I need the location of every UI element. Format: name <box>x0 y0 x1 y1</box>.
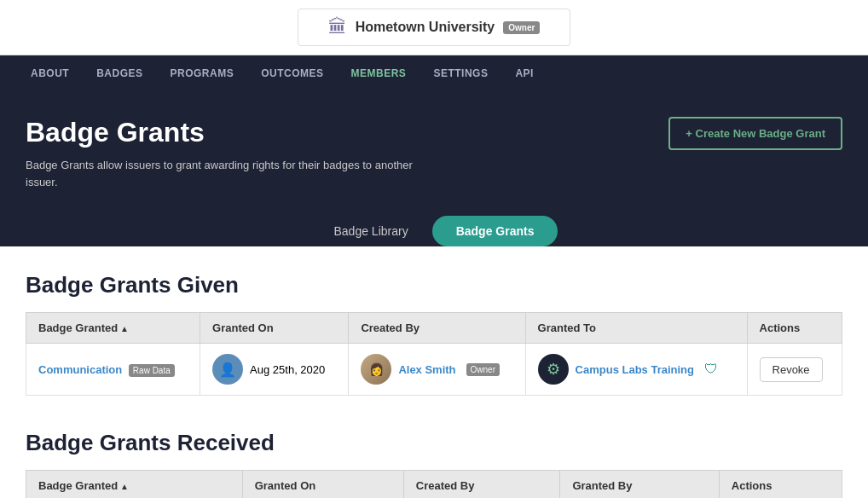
granted-to-cell: ⚙ Campus Labs Training 🛡 <box>525 344 747 396</box>
actions-cell: Revoke <box>747 344 842 396</box>
verified-icon: 🛡 <box>704 362 718 377</box>
col-granted-on: Granted On <box>200 313 349 344</box>
raw-data-badge: Raw Data <box>129 364 175 377</box>
granted-to-logo: ⚙ <box>538 354 569 385</box>
nav-programs[interactable]: PROGRAMS <box>157 55 248 91</box>
col-actions: Actions <box>747 313 842 344</box>
create-badge-grant-button[interactable]: + Create New Badge Grant <box>668 117 842 150</box>
nav-about[interactable]: ABOUT <box>17 55 83 91</box>
created-by-name: Alex Smith <box>398 363 455 376</box>
recv-col-granted-by: Granted By <box>560 471 719 499</box>
grants-received-title: Badge Grants Received <box>26 430 842 456</box>
nav-api[interactable]: API <box>501 55 547 91</box>
grants-given-section: Badge Grants Given Badge Granted Granted… <box>26 272 842 396</box>
nav-members[interactable]: MEMBERS <box>338 55 420 91</box>
created-by-cell: 👩 Alex Smith Owner <box>349 344 525 396</box>
top-bar: 🏛 Hometown University Owner <box>0 0 868 55</box>
org-logo-icon: 🏛 <box>328 16 347 38</box>
col-granted-to: Granted To <box>525 313 747 344</box>
hero-section: Badge Grants Badge Grants allow issuers … <box>0 91 868 246</box>
tab-badge-library[interactable]: Badge Library <box>310 216 432 246</box>
badge-link[interactable]: Communication <box>38 363 122 376</box>
grants-given-table: Badge Granted Granted On Created By Gran… <box>26 312 842 396</box>
main-content: Badge Grants Given Badge Granted Granted… <box>0 246 868 498</box>
org-name-label: Hometown University <box>356 20 495 35</box>
col-badge-granted[interactable]: Badge Granted <box>26 313 200 344</box>
recv-col-actions: Actions <box>719 471 842 499</box>
table-row: Communication Raw Data 👤 Aug 25th, 2020 … <box>26 344 842 396</box>
granted-on-date: Aug 25th, 2020 <box>250 363 325 376</box>
main-nav: ABOUT BADGES PROGRAMS OUTCOMES MEMBERS S… <box>0 55 868 91</box>
granted-on-cell: 👤 Aug 25th, 2020 <box>200 344 349 396</box>
tab-badge-grants[interactable]: Badge Grants <box>432 216 558 246</box>
avatar-icon: 👤 <box>212 354 243 385</box>
granted-to-name: Campus Labs Training <box>576 363 694 376</box>
revoke-button[interactable]: Revoke <box>760 357 823 382</box>
recv-col-created-by: Created By <box>403 471 560 499</box>
grants-received-section: Badge Grants Received Badge Granted Gran… <box>26 430 842 498</box>
recv-col-granted-on: Granted On <box>242 471 403 499</box>
page-description: Badge Grants allow issuers to grant awar… <box>26 157 435 190</box>
nav-outcomes[interactable]: OUTCOMES <box>247 55 337 91</box>
nav-settings[interactable]: SETTINGS <box>420 55 501 91</box>
owner-badge: Owner <box>503 21 540 34</box>
col-created-by: Created By <box>349 313 525 344</box>
grants-received-table: Badge Granted Granted On Created By Gran… <box>26 470 842 498</box>
recv-col-badge-granted[interactable]: Badge Granted <box>26 471 243 499</box>
grants-given-title: Badge Grants Given <box>26 272 842 298</box>
org-selector[interactable]: 🏛 Hometown University Owner <box>298 9 570 46</box>
badge-name-cell: Communication Raw Data <box>26 344 200 396</box>
created-by-owner-tag: Owner <box>466 363 500 376</box>
nav-badges[interactable]: BADGES <box>83 55 156 91</box>
tab-bar: Badge Library Badge Grants <box>26 216 842 246</box>
created-by-avatar: 👩 <box>361 354 391 385</box>
